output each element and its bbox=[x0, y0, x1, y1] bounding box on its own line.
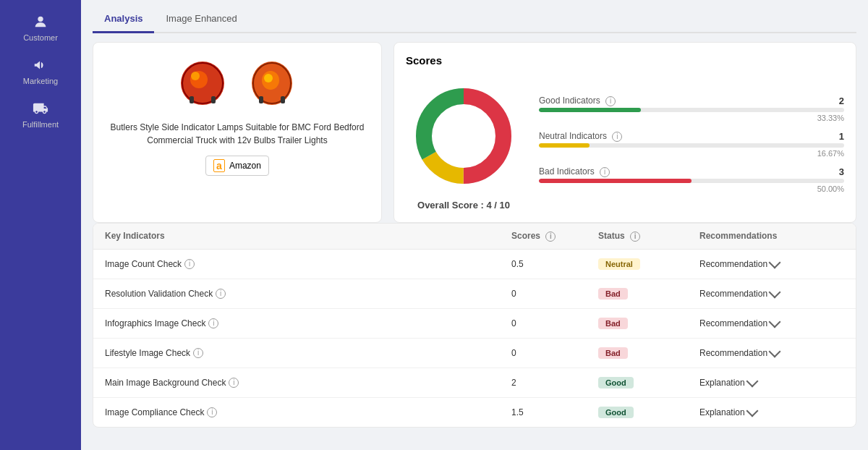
chevron-down-icon bbox=[769, 257, 781, 269]
svg-rect-5 bbox=[190, 96, 194, 103]
bad-indicators-info-icon[interactable]: i bbox=[600, 167, 610, 177]
row-recommendation[interactable]: Recommendation bbox=[699, 318, 844, 328]
sidebar-item-customer-label: Customer bbox=[23, 33, 58, 42]
table-row: Image Compliance Check i 1.5 Good Explan… bbox=[93, 398, 856, 427]
table-row: Main Image Background Check i 2 Good Exp… bbox=[93, 368, 856, 398]
tab-analysis[interactable]: Analysis bbox=[93, 6, 154, 33]
svg-point-9 bbox=[264, 74, 273, 82]
amazon-logo: a bbox=[213, 159, 225, 172]
neutral-indicators-info-icon[interactable]: i bbox=[612, 132, 622, 142]
product-title: Butlers Style Side Indicator Lamps Suita… bbox=[105, 121, 370, 147]
sidebar-item-customer[interactable]: Customer bbox=[0, 6, 81, 49]
scores-title: Scores bbox=[406, 54, 844, 67]
row-recommendation[interactable]: Recommendation bbox=[699, 348, 844, 358]
row-recommendation[interactable]: Explanation bbox=[699, 378, 844, 388]
row-info-icon[interactable]: i bbox=[208, 318, 218, 328]
neutral-indicators-pct: 16.67% bbox=[539, 149, 844, 158]
main-content: Analysis Image Enhanced bbox=[81, 0, 868, 450]
status-badge: Bad bbox=[598, 318, 628, 329]
row-recommendation[interactable]: Recommendation bbox=[699, 289, 844, 299]
neutral-indicators-bar-bg bbox=[539, 143, 844, 148]
table-body: Image Count Check i 0.5 Neutral Recommen… bbox=[93, 250, 856, 427]
row-score: 0 bbox=[511, 318, 598, 328]
bad-indicators-pct: 50.00% bbox=[539, 184, 844, 193]
bad-indicators-label: Bad Indicators i bbox=[539, 166, 610, 177]
lamp-left-image bbox=[174, 54, 231, 112]
sidebar-item-marketing-label: Marketing bbox=[23, 77, 58, 85]
neutral-indicators-count: 1 bbox=[839, 131, 844, 142]
bad-indicators-bar-bg bbox=[539, 179, 844, 183]
table-header: Key Indicators Scores i Status i Recomme… bbox=[93, 224, 856, 250]
status-badge: Neutral bbox=[598, 258, 640, 270]
row-recommendation[interactable]: Recommendation bbox=[699, 259, 844, 269]
good-indicators-pct: 33.33% bbox=[539, 114, 844, 122]
row-info-icon[interactable]: i bbox=[207, 407, 217, 417]
row-info-icon[interactable]: i bbox=[184, 259, 195, 269]
svg-point-3 bbox=[191, 72, 200, 80]
row-label: Infographics Image Check i bbox=[105, 318, 511, 328]
product-scores-section: Butlers Style Side Indicator Lamps Suita… bbox=[93, 42, 856, 223]
amazon-badge[interactable]: a Amazon bbox=[205, 156, 269, 176]
row-label: Image Compliance Check i bbox=[105, 407, 511, 417]
neutral-indicators-bar bbox=[539, 143, 590, 148]
col-status: Status i bbox=[598, 231, 699, 242]
bad-indicators-row: Bad Indicators i 3 50.00% bbox=[539, 166, 844, 193]
product-image-area bbox=[174, 54, 301, 112]
sidebar-item-fulfillment[interactable]: Fulfillment bbox=[0, 93, 81, 136]
sidebar-item-fulfillment-label: Fulfillment bbox=[22, 120, 59, 129]
row-status: Bad bbox=[598, 288, 699, 300]
chevron-down-icon bbox=[746, 375, 758, 388]
amazon-label: Amazon bbox=[229, 161, 261, 171]
status-badge: Bad bbox=[598, 347, 628, 359]
person-icon bbox=[32, 13, 49, 30]
col-recommendations: Recommendations bbox=[699, 231, 844, 242]
table-row: Resolution Validation Check i 0 Bad Reco… bbox=[93, 279, 856, 309]
row-score: 1.5 bbox=[511, 407, 598, 417]
good-indicators-bar bbox=[539, 108, 641, 112]
chevron-down-icon bbox=[769, 316, 781, 328]
row-info-icon[interactable]: i bbox=[216, 289, 226, 299]
good-indicators-info-icon[interactable]: i bbox=[605, 96, 616, 106]
row-status: Bad bbox=[598, 318, 699, 329]
svg-rect-6 bbox=[211, 96, 216, 103]
sidebar: Customer Marketing Fulfillment bbox=[0, 0, 81, 450]
bad-indicators-bar bbox=[539, 179, 692, 183]
row-recommendation[interactable]: Explanation bbox=[699, 407, 844, 417]
svg-rect-12 bbox=[281, 96, 285, 103]
row-score: 0.5 bbox=[511, 259, 598, 269]
donut-chart bbox=[406, 78, 522, 194]
overall-score-label: Overall Score : bbox=[417, 200, 484, 211]
row-status: Good bbox=[598, 407, 699, 418]
row-status: Neutral bbox=[598, 258, 699, 270]
status-col-info-icon[interactable]: i bbox=[630, 232, 640, 242]
row-label: Image Count Check i bbox=[105, 259, 511, 269]
table-row: Lifestyle Image Check i 0 Bad Recommenda… bbox=[93, 339, 856, 368]
row-score: 2 bbox=[511, 378, 598, 388]
neutral-indicators-label: Neutral Indicators i bbox=[539, 131, 622, 142]
scores-section: Scores bbox=[393, 42, 856, 223]
chevron-down-icon bbox=[769, 346, 781, 358]
tab-image-enhanced[interactable]: Image Enhanced bbox=[154, 6, 248, 33]
row-score: 0 bbox=[511, 348, 598, 358]
good-indicators-label: Good Indicators i bbox=[539, 95, 616, 106]
row-label: Main Image Background Check i bbox=[105, 378, 511, 388]
truck-icon bbox=[32, 100, 49, 117]
good-indicators-bar-bg bbox=[539, 108, 844, 112]
row-status: Bad bbox=[598, 347, 699, 359]
scores-inner: Overall Score : 4 / 10 Good Indicators i… bbox=[406, 78, 844, 211]
row-info-icon[interactable]: i bbox=[229, 378, 239, 388]
product-card: Butlers Style Side Indicator Lamps Suita… bbox=[93, 42, 382, 223]
row-info-icon[interactable]: i bbox=[193, 348, 203, 358]
row-status: Good bbox=[598, 377, 699, 389]
table-row: Image Count Check i 0.5 Neutral Recommen… bbox=[93, 250, 856, 279]
good-indicators-row: Good Indicators i 2 33.33% bbox=[539, 95, 844, 122]
svg-point-0 bbox=[38, 17, 43, 22]
neutral-indicators-row: Neutral Indicators i 1 16.67% bbox=[539, 131, 844, 158]
status-badge: Good bbox=[598, 377, 634, 389]
scores-col-info-icon[interactable]: i bbox=[545, 232, 556, 242]
good-indicators-count: 2 bbox=[839, 95, 844, 106]
indicators-panel: Good Indicators i 2 33.33% bbox=[539, 95, 844, 193]
sidebar-item-marketing[interactable]: Marketing bbox=[0, 49, 81, 93]
table-row: Infographics Image Check i 0 Bad Recomme… bbox=[93, 309, 856, 339]
indicators-table: Key Indicators Scores i Status i Recomme… bbox=[93, 223, 856, 428]
